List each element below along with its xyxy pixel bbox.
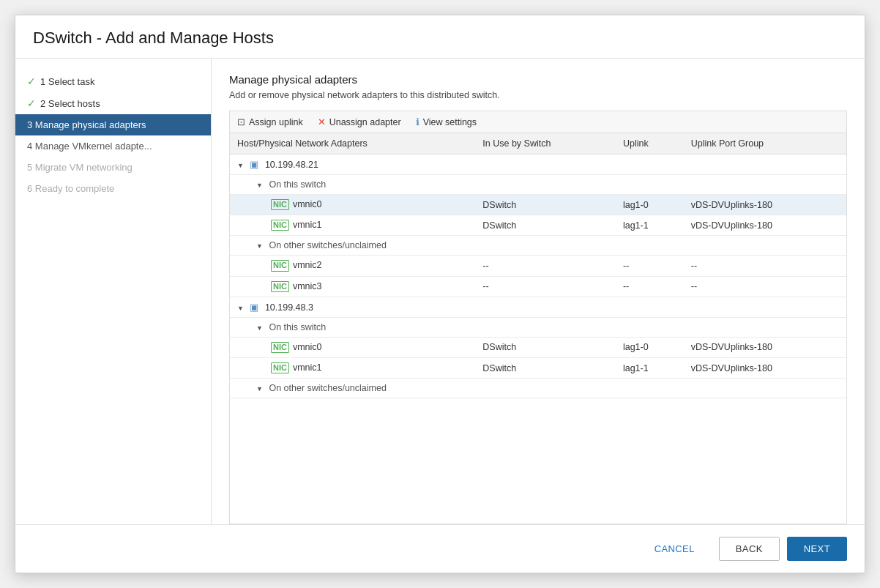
nic-port-group: vDS-DVUplinks-180: [684, 215, 846, 236]
section-row[interactable]: ▼ On this switch: [230, 175, 846, 195]
host-row[interactable]: ▼ ▣ 10.199.48.21: [230, 155, 846, 175]
sidebar: ✓1 Select task✓2 Select hosts3 Manage ph…: [15, 59, 212, 524]
adapters-table: Host/Physical Network Adapters In Use by…: [230, 133, 846, 398]
dialog-title: DSwitch - Add and Manage Hosts: [15, 15, 865, 59]
section-desc: Add or remove physical network adapters …: [229, 90, 847, 100]
table-row[interactable]: NICvmnic0 DSwitch lag1-0 vDS-DVUplinks-1…: [230, 337, 846, 357]
nic-icon: NIC: [271, 342, 289, 353]
section-row[interactable]: ▼ On other switches/unclaimed: [230, 236, 846, 256]
collapse-icon: ▼: [256, 242, 263, 250]
unassign-adapter-button[interactable]: ✕ Unassign adapter: [318, 116, 401, 127]
host-ip: 10.199.48.3: [265, 302, 313, 313]
table-scroll[interactable]: Host/Physical Network Adapters In Use by…: [230, 133, 846, 524]
col-port-group: Uplink Port Group: [684, 133, 846, 155]
nic-uplink: lag1-0: [616, 337, 684, 357]
step-label: 4 Manage VMkernel adapte...: [27, 141, 152, 152]
sidebar-step-6: 6 Ready to complete: [15, 178, 211, 199]
step-label: 1 Select task: [40, 76, 94, 87]
assign-uplink-label: Assign uplink: [249, 117, 303, 127]
col-in-use: In Use by Switch: [475, 133, 616, 155]
section-row[interactable]: ▼ On other switches/unclaimed: [230, 379, 846, 398]
dialog-footer: CANCEL BACK NEXT: [15, 524, 865, 573]
nic-switch: DSwitch: [475, 195, 616, 215]
nic-switch: DSwitch: [475, 215, 616, 236]
main-content: Manage physical adapters Add or remove p…: [212, 59, 865, 524]
col-uplink: Uplink: [616, 133, 684, 155]
sidebar-step-3[interactable]: 3 Manage physical adapters: [15, 114, 211, 135]
unassign-icon: ✕: [318, 116, 326, 127]
unassign-adapter-label: Unassign adapter: [329, 117, 401, 127]
sidebar-step-2[interactable]: ✓2 Select hosts: [15, 92, 211, 114]
nic-icon: NIC: [271, 281, 289, 292]
nic-port-group: vDS-DVUplinks-180: [684, 337, 846, 357]
host-icon: ▣: [250, 302, 258, 313]
check-icon: ✓: [27, 97, 36, 109]
nic-name: vmnic3: [293, 281, 322, 291]
nic-name: vmnic0: [293, 342, 322, 352]
table-row[interactable]: NICvmnic0 DSwitch lag1-0 vDS-DVUplinks-1…: [230, 195, 846, 215]
view-settings-button[interactable]: ℹ View settings: [416, 116, 477, 127]
back-button[interactable]: BACK: [719, 537, 780, 561]
step-label: 5 Migrate VM networking: [27, 162, 133, 173]
next-button[interactable]: NEXT: [787, 537, 847, 561]
step-label: 6 Ready to complete: [27, 183, 114, 194]
nic-switch: DSwitch: [475, 337, 616, 357]
nic-port-group: vDS-DVUplinks-180: [684, 195, 846, 215]
nic-switch: --: [475, 256, 616, 276]
nic-name: vmnic2: [293, 260, 322, 270]
host-icon: ▣: [250, 159, 258, 170]
sidebar-step-4[interactable]: 4 Manage VMkernel adapte...: [15, 135, 211, 157]
step-label: 2 Select hosts: [40, 98, 100, 109]
view-settings-label: View settings: [423, 117, 477, 127]
col-host: Host/Physical Network Adapters: [230, 133, 475, 155]
nic-port-group: --: [684, 256, 846, 276]
nic-icon: NIC: [271, 220, 289, 231]
table-row[interactable]: NICvmnic3 -- -- --: [230, 276, 846, 297]
nic-name: vmnic0: [293, 199, 322, 209]
sidebar-step-1[interactable]: ✓1 Select task: [15, 70, 211, 92]
sidebar-step-5: 5 Migrate VM networking: [15, 157, 211, 178]
collapse-icon: ▼: [237, 162, 244, 169]
collapse-icon: ▼: [256, 182, 263, 189]
table-row[interactable]: NICvmnic2 -- -- --: [230, 256, 846, 276]
nic-uplink: --: [616, 276, 684, 297]
host-ip: 10.199.48.21: [265, 160, 318, 170]
nic-switch: DSwitch: [475, 357, 616, 378]
nic-icon: NIC: [271, 362, 289, 373]
nic-icon: NIC: [271, 199, 289, 210]
assign-icon: ⊡: [237, 116, 245, 127]
section-label: On this switch: [269, 322, 326, 332]
table-row[interactable]: NICvmnic1 DSwitch lag1-1 vDS-DVUplinks-1…: [230, 357, 846, 378]
dialog-body: ✓1 Select task✓2 Select hosts3 Manage ph…: [15, 59, 865, 524]
section-row[interactable]: ▼ On this switch: [230, 317, 846, 337]
collapse-icon: ▼: [256, 324, 263, 332]
collapse-icon: ▼: [237, 305, 244, 312]
assign-uplink-button[interactable]: ⊡ Assign uplink: [237, 116, 303, 127]
nic-port-group: vDS-DVUplinks-180: [684, 357, 846, 378]
nic-uplink: lag1-0: [616, 195, 684, 215]
nic-port-group: --: [684, 276, 846, 297]
host-row[interactable]: ▼ ▣ 10.199.48.3: [230, 297, 846, 317]
collapse-icon: ▼: [256, 385, 263, 392]
dialog: DSwitch - Add and Manage Hosts ✓1 Select…: [15, 15, 865, 573]
section-label: On this switch: [269, 179, 326, 190]
nic-uplink: lag1-1: [616, 357, 684, 378]
nic-name: vmnic1: [293, 362, 322, 373]
section-title: Manage physical adapters: [229, 73, 847, 86]
nic-uplink: lag1-1: [616, 215, 684, 236]
nic-name: vmnic1: [293, 220, 322, 230]
cancel-button[interactable]: CANCEL: [638, 537, 712, 561]
nic-switch: --: [475, 276, 616, 297]
section-label: On other switches/unclaimed: [269, 383, 387, 393]
check-icon: ✓: [27, 75, 36, 87]
step-label: 3 Manage physical adapters: [27, 119, 146, 130]
adapters-table-wrapper: Host/Physical Network Adapters In Use by…: [229, 133, 847, 524]
section-label: On other switches/unclaimed: [269, 240, 387, 250]
info-icon: ℹ: [416, 116, 420, 127]
nic-icon: NIC: [271, 260, 289, 271]
nic-uplink: --: [616, 256, 684, 276]
toolbar: ⊡ Assign uplink ✕ Unassign adapter ℹ Vie…: [229, 111, 847, 133]
table-row[interactable]: NICvmnic1 DSwitch lag1-1 vDS-DVUplinks-1…: [230, 215, 846, 236]
